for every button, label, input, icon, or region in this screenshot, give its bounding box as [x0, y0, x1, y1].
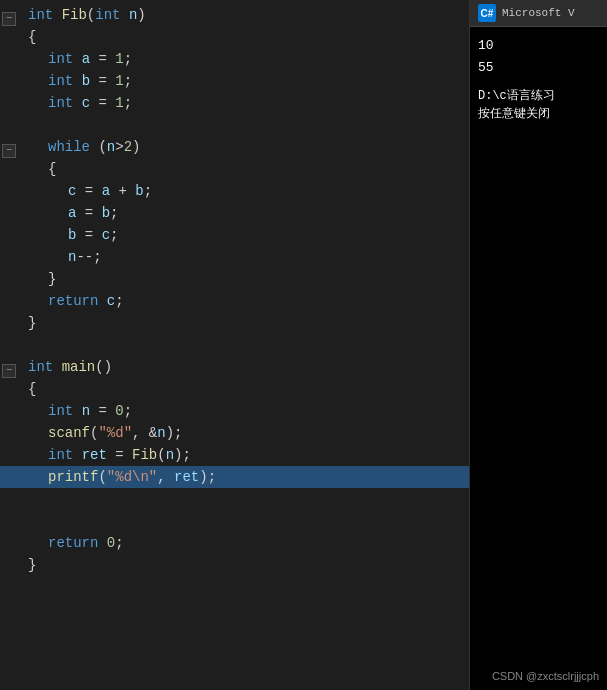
code-token: (: [90, 139, 107, 155]
code-token: "%d": [98, 425, 132, 441]
console-header: C# Microsoft V: [470, 0, 607, 27]
code-token: ): [132, 139, 140, 155]
code-line: {: [0, 26, 469, 48]
code-token: +: [110, 183, 135, 199]
code-token: );: [166, 425, 183, 441]
code-token: , &: [132, 425, 157, 441]
code-line: scanf("%d", &n);: [0, 422, 469, 444]
main-container: −int Fib(int n){int a = 1;int b = 1;int …: [0, 0, 607, 690]
code-token: ret: [174, 469, 199, 485]
code-token: --;: [76, 249, 101, 265]
code-token: int: [48, 447, 73, 463]
code-line: int a = 1;: [0, 48, 469, 70]
code-line: }: [0, 268, 469, 290]
line-code: return c;: [28, 290, 469, 312]
code-token: int: [48, 403, 73, 419]
code-token: b: [82, 73, 90, 89]
code-token: ;: [124, 403, 132, 419]
console-panel: C# Microsoft V 10 55 D:\c语言练习 按任意键关闭: [470, 0, 607, 690]
code-token: [73, 73, 81, 89]
code-token: main: [62, 359, 96, 375]
code-token: int: [28, 359, 53, 375]
line-code: [28, 510, 469, 532]
code-token: [98, 535, 106, 551]
code-token: (: [98, 469, 106, 485]
code-token: >: [115, 139, 123, 155]
line-code: int ret = Fib(n);: [28, 444, 469, 466]
line-code: int n = 0;: [28, 400, 469, 422]
code-token: =: [107, 447, 132, 463]
line-code: scanf("%d", &n);: [28, 422, 469, 444]
code-token: {: [28, 381, 36, 397]
code-token: =: [76, 183, 101, 199]
line-code: [28, 114, 469, 136]
code-line: }: [0, 312, 469, 334]
collapse-button[interactable]: −: [2, 364, 16, 378]
code-token: ;: [124, 95, 132, 111]
code-token: =: [90, 51, 115, 67]
code-token: (: [87, 7, 95, 23]
line-code: b = c;: [28, 224, 469, 246]
code-line: int c = 1;: [0, 92, 469, 114]
line-code: while (n>2): [28, 136, 469, 158]
code-token: {: [48, 161, 56, 177]
code-token: );: [174, 447, 191, 463]
line-code: [28, 488, 469, 510]
code-line: [0, 114, 469, 136]
watermark: CSDN @zxctsclrjjjcph: [492, 670, 599, 682]
line-code: [28, 334, 469, 356]
code-token: int: [28, 7, 53, 23]
code-token: while: [48, 139, 90, 155]
code-token: [73, 403, 81, 419]
code-token: ;: [144, 183, 152, 199]
code-token: n: [166, 447, 174, 463]
code-token: ): [137, 7, 145, 23]
code-token: {: [28, 29, 36, 45]
code-token: ;: [110, 227, 118, 243]
line-code: }: [28, 312, 469, 334]
code-token: [73, 447, 81, 463]
code-token: [53, 7, 61, 23]
code-token: [73, 51, 81, 67]
code-token: }: [28, 315, 36, 331]
code-token: Fib: [62, 7, 87, 23]
code-token: int: [48, 73, 73, 89]
code-token: =: [76, 227, 101, 243]
code-token: 0: [115, 403, 123, 419]
code-token: =: [90, 73, 115, 89]
code-token: =: [90, 95, 115, 111]
console-path: D:\c语言练习 按任意键关闭: [478, 87, 599, 123]
line-code: {: [28, 158, 469, 180]
line-code: }: [28, 268, 469, 290]
code-token: scanf: [48, 425, 90, 441]
code-token: ,: [157, 469, 174, 485]
code-token: ;: [115, 293, 123, 309]
line-code: return 0;: [28, 532, 469, 554]
code-line: −while (n>2): [0, 136, 469, 158]
code-token: [73, 95, 81, 111]
code-line: n--;: [0, 246, 469, 268]
collapse-button[interactable]: −: [2, 144, 16, 158]
console-path-line1: D:\c语言练习: [478, 87, 599, 105]
console-output-line2: 55: [478, 57, 599, 79]
code-token: 1: [115, 51, 123, 67]
code-line: b = c;: [0, 224, 469, 246]
line-code: int c = 1;: [28, 92, 469, 114]
code-token: ret: [82, 447, 107, 463]
code-token: int: [48, 95, 73, 111]
code-line: [0, 334, 469, 356]
code-token: =: [90, 403, 115, 419]
code-token: int: [48, 51, 73, 67]
code-line: {: [0, 378, 469, 400]
code-token: "%d\n": [107, 469, 157, 485]
code-line: }: [0, 554, 469, 576]
console-path-line2: 按任意键关闭: [478, 105, 599, 123]
collapse-button[interactable]: −: [2, 12, 16, 26]
code-token: }: [48, 271, 56, 287]
code-line: −int Fib(int n): [0, 4, 469, 26]
code-token: 1: [115, 73, 123, 89]
code-line: {: [0, 158, 469, 180]
line-code: n--;: [28, 246, 469, 268]
code-token: c: [82, 95, 90, 111]
code-token: 1: [115, 95, 123, 111]
